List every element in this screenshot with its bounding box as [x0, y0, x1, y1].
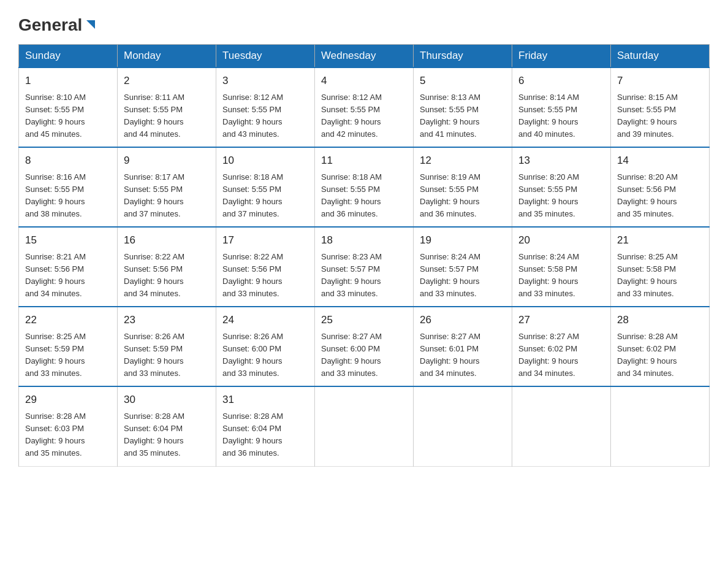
day-number: 11: [321, 153, 407, 169]
calendar-cell: 9 Sunrise: 8:17 AMSunset: 5:55 PMDayligh…: [118, 147, 216, 227]
day-info: Sunrise: 8:28 AMSunset: 6:04 PMDaylight:…: [222, 412, 283, 458]
header-day-thursday: Thursday: [414, 45, 512, 68]
calendar-week-row: 1 Sunrise: 8:10 AMSunset: 5:55 PMDayligh…: [19, 67, 710, 147]
day-number: 25: [321, 312, 407, 328]
day-info: Sunrise: 8:26 AMSunset: 6:00 PMDaylight:…: [222, 332, 283, 378]
day-number: 21: [617, 232, 703, 248]
page-header: General: [18, 15, 710, 32]
day-number: 27: [518, 312, 604, 328]
day-info: Sunrise: 8:12 AMSunset: 5:55 PMDaylight:…: [321, 93, 382, 139]
header-day-monday: Monday: [118, 45, 216, 68]
calendar-cell: 31 Sunrise: 8:28 AMSunset: 6:04 PMDaylig…: [216, 386, 315, 466]
day-info: Sunrise: 8:11 AMSunset: 5:55 PMDaylight:…: [124, 93, 184, 139]
calendar-cell: 10 Sunrise: 8:18 AMSunset: 5:55 PMDaylig…: [216, 147, 315, 227]
svg-marker-0: [86, 20, 95, 29]
calendar-cell: 22 Sunrise: 8:25 AMSunset: 5:59 PMDaylig…: [19, 307, 118, 386]
calendar-cell: 23 Sunrise: 8:26 AMSunset: 5:59 PMDaylig…: [118, 307, 216, 386]
calendar-week-row: 29 Sunrise: 8:28 AMSunset: 6:03 PMDaylig…: [19, 386, 710, 466]
calendar-cell: 12 Sunrise: 8:19 AMSunset: 5:55 PMDaylig…: [414, 147, 512, 227]
header-day-tuesday: Tuesday: [216, 45, 315, 68]
day-number: 1: [25, 73, 111, 89]
calendar-cell: 16 Sunrise: 8:22 AMSunset: 5:56 PMDaylig…: [118, 227, 216, 307]
calendar-cell: 15 Sunrise: 8:21 AMSunset: 5:56 PMDaylig…: [19, 227, 118, 307]
calendar-cell: 5 Sunrise: 8:13 AMSunset: 5:55 PMDayligh…: [414, 67, 512, 147]
calendar-cell: 1 Sunrise: 8:10 AMSunset: 5:55 PMDayligh…: [19, 67, 118, 147]
day-number: 26: [420, 312, 506, 328]
calendar-header-row: SundayMondayTuesdayWednesdayThursdayFrid…: [19, 45, 710, 68]
calendar-cell: 2 Sunrise: 8:11 AMSunset: 5:55 PMDayligh…: [118, 67, 216, 147]
calendar-cell: 6 Sunrise: 8:14 AMSunset: 5:55 PMDayligh…: [512, 67, 611, 147]
calendar-week-row: 15 Sunrise: 8:21 AMSunset: 5:56 PMDaylig…: [19, 227, 710, 307]
day-info: Sunrise: 8:27 AMSunset: 6:00 PMDaylight:…: [321, 332, 382, 378]
day-info: Sunrise: 8:24 AMSunset: 5:57 PMDaylight:…: [420, 252, 480, 299]
day-info: Sunrise: 8:12 AMSunset: 5:55 PMDaylight:…: [222, 93, 283, 139]
calendar-cell: 26 Sunrise: 8:27 AMSunset: 6:01 PMDaylig…: [414, 307, 512, 386]
calendar-cell: [315, 386, 414, 466]
day-info: Sunrise: 8:15 AMSunset: 5:55 PMDaylight:…: [617, 93, 678, 139]
day-info: Sunrise: 8:19 AMSunset: 5:55 PMDaylight:…: [420, 172, 480, 219]
day-number: 20: [518, 232, 604, 248]
day-number: 19: [420, 232, 506, 248]
calendar-week-row: 8 Sunrise: 8:16 AMSunset: 5:55 PMDayligh…: [19, 147, 710, 227]
day-number: 23: [124, 312, 210, 328]
calendar-cell: 25 Sunrise: 8:27 AMSunset: 6:00 PMDaylig…: [315, 307, 414, 386]
day-number: 29: [25, 392, 111, 408]
calendar-cell: 30 Sunrise: 8:28 AMSunset: 6:04 PMDaylig…: [118, 386, 216, 466]
day-info: Sunrise: 8:26 AMSunset: 5:59 PMDaylight:…: [124, 332, 184, 378]
header-day-saturday: Saturday: [611, 45, 710, 68]
calendar-cell: 17 Sunrise: 8:22 AMSunset: 5:56 PMDaylig…: [216, 227, 315, 307]
day-info: Sunrise: 8:20 AMSunset: 5:56 PMDaylight:…: [617, 172, 678, 219]
day-info: Sunrise: 8:18 AMSunset: 5:55 PMDaylight:…: [222, 172, 283, 219]
calendar-cell: 7 Sunrise: 8:15 AMSunset: 5:55 PMDayligh…: [611, 67, 710, 147]
calendar-cell: 27 Sunrise: 8:27 AMSunset: 6:02 PMDaylig…: [512, 307, 611, 386]
day-info: Sunrise: 8:22 AMSunset: 5:56 PMDaylight:…: [124, 252, 184, 299]
day-info: Sunrise: 8:28 AMSunset: 6:03 PMDaylight:…: [25, 412, 86, 458]
day-info: Sunrise: 8:28 AMSunset: 6:04 PMDaylight:…: [124, 412, 184, 458]
header-day-sunday: Sunday: [19, 45, 118, 68]
calendar-table: SundayMondayTuesdayWednesdayThursdayFrid…: [18, 44, 710, 467]
calendar-cell: 29 Sunrise: 8:28 AMSunset: 6:03 PMDaylig…: [19, 386, 118, 466]
day-info: Sunrise: 8:27 AMSunset: 6:01 PMDaylight:…: [420, 332, 480, 378]
day-number: 22: [25, 312, 111, 328]
day-number: 8: [25, 153, 111, 169]
day-number: 4: [321, 73, 407, 89]
day-number: 24: [222, 312, 308, 328]
day-info: Sunrise: 8:23 AMSunset: 5:57 PMDaylight:…: [321, 252, 382, 299]
calendar-cell: 28 Sunrise: 8:28 AMSunset: 6:02 PMDaylig…: [611, 307, 710, 386]
calendar-cell: 8 Sunrise: 8:16 AMSunset: 5:55 PMDayligh…: [19, 147, 118, 227]
day-info: Sunrise: 8:25 AMSunset: 5:58 PMDaylight:…: [617, 252, 678, 299]
day-info: Sunrise: 8:22 AMSunset: 5:56 PMDaylight:…: [222, 252, 283, 299]
day-number: 5: [420, 73, 506, 89]
day-info: Sunrise: 8:18 AMSunset: 5:55 PMDaylight:…: [321, 172, 382, 219]
day-info: Sunrise: 8:28 AMSunset: 6:02 PMDaylight:…: [617, 332, 678, 378]
calendar-cell: 13 Sunrise: 8:20 AMSunset: 5:55 PMDaylig…: [512, 147, 611, 227]
calendar-cell: 21 Sunrise: 8:25 AMSunset: 5:58 PMDaylig…: [611, 227, 710, 307]
day-info: Sunrise: 8:27 AMSunset: 6:02 PMDaylight:…: [518, 332, 579, 378]
day-info: Sunrise: 8:14 AMSunset: 5:55 PMDaylight:…: [518, 93, 579, 139]
calendar-cell: [611, 386, 710, 466]
day-number: 10: [222, 153, 308, 169]
calendar-cell: [512, 386, 611, 466]
logo-general-text: General: [18, 15, 97, 36]
day-number: 9: [124, 153, 210, 169]
calendar-cell: 24 Sunrise: 8:26 AMSunset: 6:00 PMDaylig…: [216, 307, 315, 386]
day-number: 30: [124, 392, 210, 408]
header-day-wednesday: Wednesday: [315, 45, 414, 68]
day-info: Sunrise: 8:25 AMSunset: 5:59 PMDaylight:…: [25, 332, 86, 378]
calendar-body: 1 Sunrise: 8:10 AMSunset: 5:55 PMDayligh…: [19, 67, 710, 466]
day-number: 28: [617, 312, 703, 328]
day-number: 18: [321, 232, 407, 248]
calendar-cell: 3 Sunrise: 8:12 AMSunset: 5:55 PMDayligh…: [216, 67, 315, 147]
day-info: Sunrise: 8:13 AMSunset: 5:55 PMDaylight:…: [420, 93, 480, 139]
day-number: 2: [124, 73, 210, 89]
day-number: 7: [617, 73, 703, 89]
day-info: Sunrise: 8:21 AMSunset: 5:56 PMDaylight:…: [25, 252, 86, 299]
logo: General: [18, 15, 97, 32]
calendar-cell: 4 Sunrise: 8:12 AMSunset: 5:55 PMDayligh…: [315, 67, 414, 147]
logo-arrow-icon: [84, 18, 97, 31]
day-number: 13: [518, 153, 604, 169]
calendar-cell: 20 Sunrise: 8:24 AMSunset: 5:58 PMDaylig…: [512, 227, 611, 307]
day-number: 16: [124, 232, 210, 248]
day-number: 3: [222, 73, 308, 89]
day-info: Sunrise: 8:20 AMSunset: 5:55 PMDaylight:…: [518, 172, 579, 219]
